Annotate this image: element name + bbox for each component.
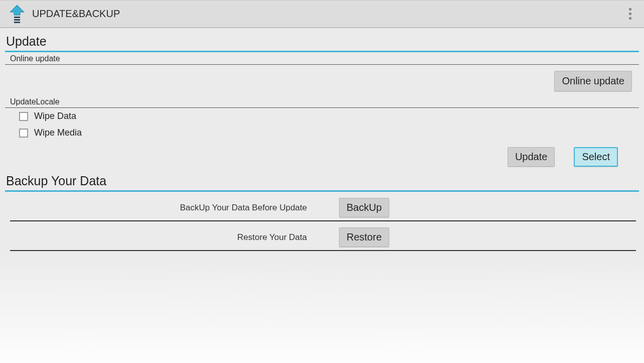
- update-button[interactable]: Update: [508, 147, 555, 167]
- svg-rect-2: [14, 19, 20, 21]
- wipe-media-row: Wipe Media: [5, 125, 641, 141]
- background-gradient: [0, 253, 644, 363]
- app-icon: [7, 4, 27, 24]
- restore-label: Restore Your Data: [10, 232, 339, 243]
- wipe-media-label: Wipe Media: [34, 128, 82, 138]
- restore-button[interactable]: Restore: [339, 227, 389, 247]
- svg-rect-3: [14, 22, 20, 23]
- svg-marker-0: [10, 5, 24, 15]
- overflow-icon: [629, 7, 631, 21]
- online-update-subheading: Online update: [5, 53, 641, 63]
- content-area: Update Online update Online update Updat…: [0, 28, 644, 251]
- online-update-button[interactable]: Online update: [554, 71, 632, 91]
- divider: [5, 51, 639, 52]
- overflow-menu-button[interactable]: [620, 4, 640, 24]
- app-title: UPDATE&BACKUP: [32, 8, 120, 20]
- backup-button[interactable]: BackUp: [339, 198, 389, 217]
- divider: [10, 250, 636, 251]
- wipe-data-checkbox[interactable]: [19, 112, 28, 121]
- svg-rect-1: [14, 17, 20, 18]
- divider: [5, 190, 639, 192]
- select-button[interactable]: Select: [574, 147, 618, 167]
- backup-before-update-label: BackUp Your Data Before Update: [10, 203, 339, 213]
- wipe-data-label: Wipe Data: [34, 111, 76, 122]
- backup-section-title: Backup Your Data: [5, 174, 641, 188]
- action-bar: UPDATE&BACKUP: [0, 0, 644, 28]
- update-section-title: Update: [5, 34, 641, 49]
- wipe-data-row: Wipe Data: [5, 108, 641, 125]
- wipe-media-checkbox[interactable]: [19, 129, 28, 138]
- update-locale-subheading: UpdateLocale: [5, 96, 641, 106]
- divider: [10, 220, 636, 221]
